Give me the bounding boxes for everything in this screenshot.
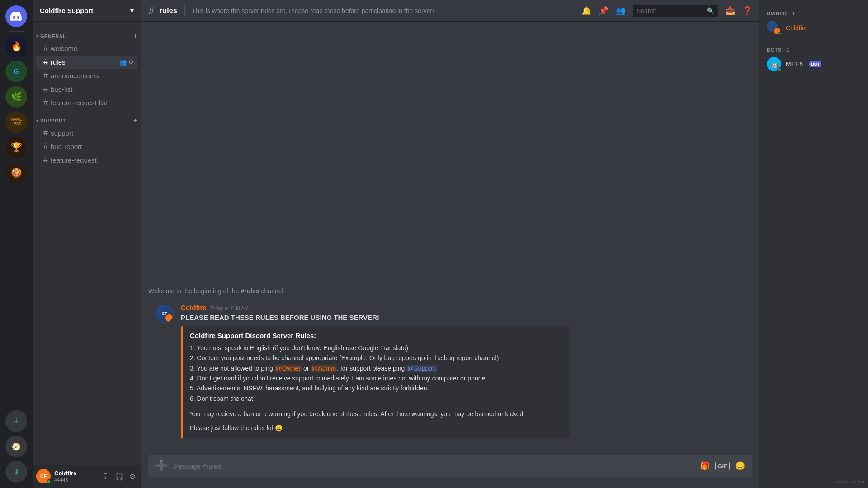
emoji-icon[interactable]: 😊 xyxy=(735,461,745,471)
search-icon: 🔍 xyxy=(707,7,714,14)
discord-home-icon[interactable] xyxy=(5,5,27,27)
server-list: 🔥 G 🌿 NAMELESS 🏆 🍪 + 🧭 ⬇ xyxy=(0,0,33,488)
member-coldfire-name: Coldfire xyxy=(786,24,807,32)
help-icon[interactable]: ❓ xyxy=(742,6,752,16)
channel-bug-list[interactable]: # bug-list xyxy=(36,83,137,96)
category-general-add[interactable]: + xyxy=(133,33,137,40)
deafen-icon[interactable]: 🎧 xyxy=(113,470,126,483)
right-sidebar: OWNER—1 Coldfire BOTS—1 🤖 MEE6 BOT xyxy=(760,0,868,488)
server-6-icon[interactable]: 🍪 xyxy=(5,162,27,183)
members-category-owner: OWNER—1 xyxy=(763,7,864,18)
server-5-icon[interactable]: 🏆 xyxy=(5,136,27,158)
channel-bug-report[interactable]: # bug-report xyxy=(36,140,137,153)
channel-header-topic: This is where the server rules are. Plea… xyxy=(192,7,576,14)
member-mee6-name: MEE6 xyxy=(786,61,803,68)
mention-owner[interactable]: @Owner xyxy=(275,365,302,372)
channel-feature-request-list[interactable]: # feature-request-list xyxy=(36,96,137,109)
header-icons: 🔔 📌 👥 Search 🔍 📥 ❓ xyxy=(581,5,752,17)
member-mee6[interactable]: 🤖 MEE6 BOT xyxy=(763,54,864,74)
messages-area: Welcome to the beginning of the #rules c… xyxy=(141,22,760,455)
channel-hash-icon: # xyxy=(43,57,48,67)
discover-servers-button[interactable]: 🧭 xyxy=(5,436,27,457)
message-input-area: ➕ 🎁 GIF 😊 xyxy=(141,455,760,488)
member-coldfire-avatar xyxy=(767,21,781,35)
channel-welcome[interactable]: # welcome xyxy=(36,42,137,55)
mute-mic-icon[interactable]: 🎙 xyxy=(100,470,111,483)
message-content: Coldfire Today at 7:38 AM PLEASE READ TH… xyxy=(181,304,745,438)
current-user-discriminator: #4446 xyxy=(54,477,97,483)
category-support-add[interactable]: + xyxy=(133,117,137,124)
members-icon[interactable]: 👥 xyxy=(616,6,626,16)
category-support-label: SUPPORT xyxy=(40,118,132,123)
channel-hash-icon: # xyxy=(43,128,48,138)
channel-feature-request[interactable]: # feature-request xyxy=(36,154,137,167)
message-author-avatar[interactable]: CF xyxy=(156,305,174,323)
channel-hash-icon: # xyxy=(43,44,48,53)
message-header: Coldfire Today at 7:38 AM xyxy=(181,304,745,311)
add-members-icon[interactable]: 👥 xyxy=(119,59,127,66)
member-coldfire[interactable]: Coldfire xyxy=(763,18,864,38)
channel-hash-icon: # xyxy=(43,84,48,94)
pin-icon[interactable]: 📌 xyxy=(599,6,609,16)
embed-rule-3: 3. You are not allowed to ping @Owner or… xyxy=(190,363,562,373)
mention-admin[interactable]: @Admin xyxy=(311,365,337,372)
rule3-mid1: or xyxy=(302,365,311,372)
rule3-mid2: , for support please ping xyxy=(337,365,406,372)
server-2-icon[interactable]: G xyxy=(5,61,27,82)
members-category-bots: BOTS—1 xyxy=(763,43,864,54)
add-server-button[interactable]: + xyxy=(5,410,27,432)
message-author-name[interactable]: Coldfire xyxy=(181,304,207,311)
watermark: user-life.com xyxy=(836,479,864,484)
beginning-channel: #rules xyxy=(241,287,259,295)
embed-rule-1: 1. You must speak in English (if you don… xyxy=(190,343,562,353)
embed-title: Coldfire Support Discord Server Rules: xyxy=(190,332,562,339)
channel-welcome-name: welcome xyxy=(51,45,134,52)
bell-icon[interactable]: 🔔 xyxy=(581,6,591,16)
server-coldfire-icon[interactable]: 🔥 xyxy=(5,35,27,57)
channel-header-name: rules xyxy=(160,7,177,15)
download-button[interactable]: ⬇ xyxy=(5,461,27,483)
gift-icon[interactable]: 🎁 xyxy=(700,461,710,471)
search-bar-placeholder: Search xyxy=(637,7,705,14)
inbox-icon[interactable]: 📥 xyxy=(725,6,735,16)
user-actions: 🎙 🎧 ⚙ xyxy=(100,470,137,483)
embed-rule-4: 4. Don't get mad if you don't receive su… xyxy=(190,373,562,383)
server-list-divider xyxy=(9,31,24,32)
channel-announcements[interactable]: # announcements xyxy=(36,69,137,82)
category-general: ▾ GENERAL + xyxy=(33,25,141,42)
beginning-text-pre: Welcome to the beginning of the xyxy=(148,287,241,295)
channel-hash-icon: # xyxy=(43,142,48,151)
channel-support[interactable]: # support xyxy=(36,127,137,140)
channel-rules-icons: 👥 ⚙ xyxy=(119,59,134,66)
bot-badge: BOT xyxy=(809,61,821,67)
message-header-text: PLEASE READ THESE RULES BEFORE USING THE… xyxy=(181,313,745,323)
embed-rule-2: 2. Content you post needs to be channel … xyxy=(190,353,562,363)
embed-footer-ban-warning: You may recieve a ban or a warning if yo… xyxy=(190,409,562,419)
server-nameless-icon[interactable]: NAMELESS xyxy=(5,111,27,133)
channel-bug-report-name: bug-report xyxy=(51,143,134,150)
message-embed: Coldfire Support Discord Server Rules: 1… xyxy=(181,326,570,438)
server-header[interactable]: Coldfire Support ▾ xyxy=(33,0,141,22)
embed-footer-1: You may recieve a ban or a warning if yo… xyxy=(190,409,562,433)
user-area: CF Coldfire #4446 🎙 🎧 ⚙ xyxy=(33,465,141,488)
embed-footer-please: Please just follow the rules lol 😀 xyxy=(190,423,562,433)
channel-hash-icon: # xyxy=(43,155,48,165)
user-settings-icon[interactable]: ⚙ xyxy=(127,470,137,483)
mention-support[interactable]: @Support xyxy=(406,365,437,372)
gif-icon[interactable]: GIF xyxy=(715,462,730,470)
messages-container: Welcome to the beginning of the #rules c… xyxy=(141,22,760,488)
message-add-button[interactable]: ➕ xyxy=(156,455,168,477)
channel-bug-list-name: bug-list xyxy=(51,85,134,93)
channel-beginning-text: Welcome to the beginning of the #rules c… xyxy=(148,287,752,295)
beginning-text-post: channel. xyxy=(259,287,285,295)
message-input[interactable] xyxy=(173,457,694,475)
channel-list: ▾ GENERAL + # welcome # rules 👥 ⚙ # anno… xyxy=(33,22,141,465)
channel-sidebar: Coldfire Support ▾ ▾ GENERAL + # welcome… xyxy=(33,0,141,488)
server-3-icon[interactable]: 🌿 xyxy=(5,86,27,108)
search-bar[interactable]: Search 🔍 xyxy=(633,5,718,17)
rule3-pre: 3. You are not allowed to ping xyxy=(190,365,275,372)
channel-settings-icon[interactable]: ⚙ xyxy=(128,59,134,66)
current-user-info: Coldfire #4446 xyxy=(54,470,97,483)
embed-rule-6: 6. Don't spam the chat. xyxy=(190,394,562,404)
channel-rules[interactable]: # rules 👥 ⚙ xyxy=(36,56,137,69)
